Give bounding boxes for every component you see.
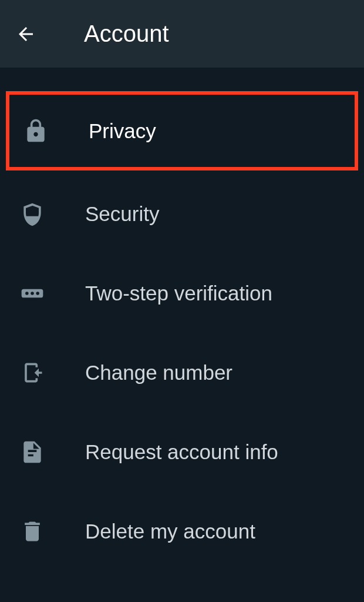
trash-icon bbox=[18, 517, 47, 546]
header: Account bbox=[0, 0, 364, 68]
svg-point-3 bbox=[36, 292, 39, 295]
svg-point-2 bbox=[31, 292, 34, 295]
menu-item-privacy[interactable]: Privacy bbox=[6, 91, 358, 170]
dots-icon bbox=[18, 279, 47, 308]
menu-item-request-info[interactable]: Request account info bbox=[0, 412, 364, 491]
phone-arrow-icon bbox=[18, 358, 47, 387]
menu-item-label: Security bbox=[85, 202, 159, 226]
shield-icon bbox=[18, 199, 47, 229]
page-title: Account bbox=[84, 21, 169, 47]
menu-item-label: Two-step verification bbox=[85, 282, 272, 305]
menu-item-label: Delete my account bbox=[85, 520, 255, 543]
lock-icon bbox=[21, 116, 50, 146]
menu-item-label: Change number bbox=[85, 361, 232, 384]
menu-item-delete-account[interactable]: Delete my account bbox=[0, 491, 364, 571]
menu-item-label: Request account info bbox=[85, 440, 278, 464]
menu-item-security[interactable]: Security bbox=[0, 174, 364, 253]
document-icon bbox=[18, 437, 47, 467]
menu-item-two-step[interactable]: Two-step verification bbox=[0, 253, 364, 333]
menu-item-change-number[interactable]: Change number bbox=[0, 333, 364, 412]
back-button[interactable] bbox=[12, 20, 40, 48]
menu-item-label: Privacy bbox=[89, 119, 156, 143]
menu-list: Privacy Security Two-step verification C… bbox=[0, 68, 364, 594]
arrow-back-icon bbox=[15, 24, 36, 45]
svg-point-1 bbox=[25, 292, 29, 295]
